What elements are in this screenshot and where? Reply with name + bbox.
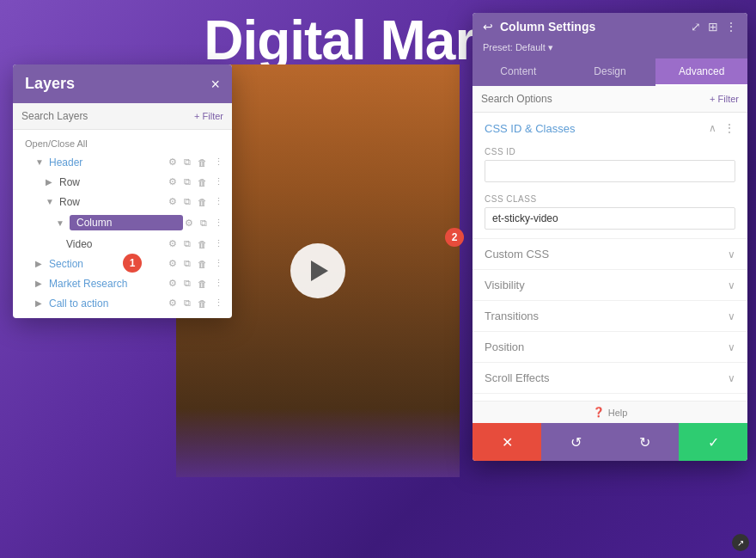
settings-section-position: Position ∨ [472,332,747,363]
wave-decoration [176,408,460,477]
layer-section-settings-icon[interactable]: ⚙ [167,257,179,270]
settings-section-visibility-header[interactable]: Visibility ∨ [472,270,747,300]
layer-item-row1[interactable]: ▶ Row ⚙ ⧉ 🗑 ⋮ [13,172,232,192]
layer-market-settings-icon[interactable]: ⚙ [167,277,179,290]
layer-video-more-icon[interactable]: ⋮ [212,237,225,250]
layers-filter-button[interactable]: + Filter [194,111,223,121]
layer-row2-delete-icon[interactable]: 🗑 [196,196,209,208]
play-button[interactable] [290,243,345,298]
settings-section-css-icons: ∧ ⋮ [709,121,735,135]
tab-content[interactable]: Content [472,58,564,86]
css-class-input[interactable] [485,207,735,230]
layer-cta-copy-icon[interactable]: ⧉ [182,297,192,310]
css-section-more[interactable]: ⋮ [723,121,735,135]
settings-title-text: Column Settings [500,20,595,34]
css-id-input[interactable] [485,160,735,182]
layer-item-row2[interactable]: ▼ Row ⚙ ⧉ 🗑 ⋮ [13,192,232,212]
settings-preset[interactable]: Preset: Default ▾ [472,40,747,58]
layer-toggle-row2: ▼ [46,197,56,206]
layer-row1-copy-icon[interactable]: ⧉ [182,175,192,188]
settings-search-bar: + Filter [472,86,747,113]
layer-label-column: Column [70,215,183,230]
layer-row2-settings-icon[interactable]: ⚙ [167,195,179,208]
layer-video-copy-icon[interactable]: ⧉ [182,237,192,250]
layer-item-header[interactable]: ▼ Header ⚙ ⧉ 🗑 ⋮ [13,152,232,172]
layer-cta-settings-icon[interactable]: ⚙ [167,297,179,310]
settings-section-custom-css-header[interactable]: Custom CSS ∨ [472,239,747,269]
layer-cta-actions: ⚙ ⧉ 🗑 ⋮ [167,297,225,310]
settings-body: CSS ID & Classes ∧ ⋮ CSS ID CSS Class Cu… [472,113,747,401]
css-section-chevron-up: ∧ [709,122,716,134]
layer-toggle-call-to-action: ▶ [35,298,46,308]
tab-design[interactable]: Design [564,58,656,86]
custom-css-chevron: ∨ [728,248,735,261]
layer-column-actions: ⚙ ⧉ ⋮ [183,217,225,230]
layer-delete-icon[interactable]: 🗑 [196,156,209,169]
layer-item-column[interactable]: ▼ Column ⚙ ⧉ ⋮ [13,212,232,234]
layers-close-button[interactable]: × [210,77,220,92]
layer-label-row1: Row [59,176,167,188]
layer-toggle-market-research: ▶ [35,279,46,288]
open-close-all[interactable]: Open/Close All [13,135,232,152]
settings-search-input[interactable] [481,93,710,105]
layer-toggle-header: ▼ [35,157,46,167]
layer-video-delete-icon[interactable]: 🗑 [196,238,209,250]
settings-section-custom-css-icons: ∨ [728,248,735,261]
layers-search-bar: + Filter [13,103,232,130]
layer-row2-copy-icon[interactable]: ⧉ [182,195,192,208]
layer-video-settings-icon[interactable]: ⚙ [167,237,179,250]
settings-section-transitions-icons: ∨ [728,310,735,322]
settings-section-visibility: Visibility ∨ [472,270,747,301]
css-id-field: CSS ID [472,144,747,191]
visibility-chevron: ∨ [728,279,735,291]
tab-advanced[interactable]: Advanced [655,58,747,86]
settings-title-left: ↩ Column Settings [483,20,595,34]
layer-row2-more-icon[interactable]: ⋮ [212,195,225,208]
layer-row2-actions: ⚙ ⧉ 🗑 ⋮ [167,195,225,208]
settings-section-scroll-effects-header[interactable]: Scroll Effects ∨ [472,363,747,393]
settings-section-css-title: CSS ID & Classes [485,122,709,135]
layer-toggle-column: ▼ [56,218,66,228]
layer-column-copy-icon[interactable]: ⧉ [198,217,209,230]
settings-section-scroll-effects: Scroll Effects ∨ [472,363,747,394]
layer-section-more-icon[interactable]: ⋮ [212,257,225,270]
layers-body: Open/Close All ▼ Header ⚙ ⧉ 🗑 ⋮ ▶ Row ⚙ … [13,130,232,318]
settings-back-icon[interactable]: ↩ [483,20,493,34]
settings-filter-button[interactable]: + Filter [710,94,739,104]
layer-item-call-to-action[interactable]: ▶ Call to action ⚙ ⧉ 🗑 ⋮ [13,293,232,313]
redo-button[interactable]: ↻ [610,423,679,461]
settings-section-position-header[interactable]: Position ∨ [472,332,747,362]
layer-item-market-research[interactable]: ▶ Market Research ⚙ ⧉ 🗑 ⋮ [13,273,232,293]
scroll-effects-chevron: ∨ [728,372,735,384]
settings-expand-icon[interactable]: ⤢ [691,20,701,34]
layer-section-copy-icon[interactable]: ⧉ [182,257,192,270]
layer-section-delete-icon[interactable]: 🗑 [196,258,209,270]
settings-more-icon[interactable]: ⋮ [725,20,737,34]
settings-section-transitions-title: Transitions [485,310,728,322]
layer-row1-settings-icon[interactable]: ⚙ [167,175,179,188]
layer-market-more-icon[interactable]: ⋮ [212,277,225,290]
layer-item-video[interactable]: Video ⚙ ⧉ 🗑 ⋮ [13,234,232,254]
layer-column-more-icon[interactable]: ⋮ [212,217,225,230]
layer-more-icon[interactable]: ⋮ [212,156,225,169]
save-button[interactable]: ✓ [679,423,747,461]
layer-cta-delete-icon[interactable]: 🗑 [196,297,209,310]
undo-button[interactable]: ↺ [541,423,610,461]
layer-market-delete-icon[interactable]: 🗑 [196,278,209,290]
layer-market-copy-icon[interactable]: ⧉ [182,277,192,290]
layer-row1-more-icon[interactable]: ⋮ [212,175,225,188]
settings-split-icon[interactable]: ⊞ [708,20,718,34]
settings-tabs: Content Design Advanced [472,58,747,86]
settings-section-transitions-header[interactable]: Transitions ∨ [472,301,747,331]
layer-row1-delete-icon[interactable]: 🗑 [196,176,209,188]
layer-column-settings-icon[interactable]: ⚙ [183,217,195,230]
layer-copy-icon[interactable]: ⧉ [182,156,192,169]
cancel-button[interactable]: ✕ [472,423,541,461]
settings-section-visibility-title: Visibility [485,279,728,291]
settings-titlebar: ↩ Column Settings ⤢ ⊞ ⋮ [472,13,747,40]
layer-settings-icon[interactable]: ⚙ [167,156,179,169]
layer-label-section: Section [49,258,167,270]
layers-search-input[interactable] [21,110,189,122]
layer-cta-more-icon[interactable]: ⋮ [212,297,225,310]
settings-section-css-header[interactable]: CSS ID & Classes ∧ ⋮ [472,113,747,144]
